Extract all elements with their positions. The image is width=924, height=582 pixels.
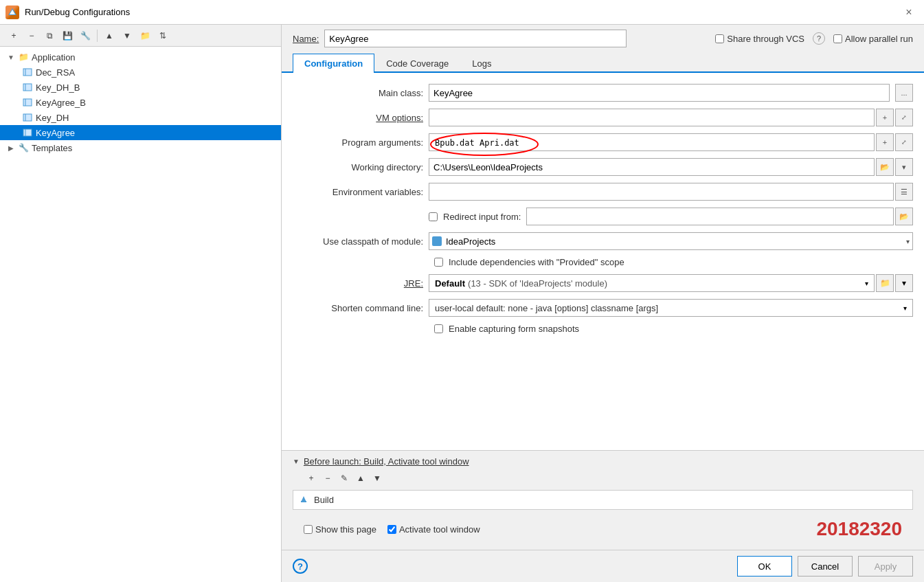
settings-button[interactable]: 🔧 (77, 27, 93, 44)
redirect-input-group: 📂 (526, 208, 913, 225)
sidebar-item-templates[interactable]: ▶ 🔧 Templates (0, 140, 281, 155)
activate-window-label: Activate tool window (399, 524, 480, 535)
jre-input-group: Default (13 - SDK of 'IdeaProjects' modu… (429, 274, 913, 292)
program-args-add-button[interactable]: + (876, 133, 894, 151)
sidebar-item-key-dh[interactable]: Key_DH (0, 110, 281, 125)
classpath-module-input-group: IdeaProjects ▾ (429, 232, 913, 250)
classpath-module-label: Use classpath of module: (293, 236, 423, 247)
program-args-field[interactable]: Bpub.dat Apri.dat (429, 133, 875, 151)
sidebar-toolbar: + − ⧉ 💾 🔧 ▲ ▼ 📁 ⇅ (0, 25, 281, 47)
redirect-input-field[interactable] (526, 208, 894, 225)
env-vars-input[interactable] (429, 183, 894, 201)
before-launch-collapse-button[interactable]: ▼ (293, 458, 300, 465)
sidebar-label-application: Application (32, 52, 76, 63)
sidebar-item-dec-rsa[interactable]: Dec_RSA (0, 65, 281, 80)
working-dir-folder-button[interactable]: 📂 (876, 158, 894, 176)
share-vcs-help-button[interactable]: ? (813, 32, 825, 45)
app-icon-keyagree-b (22, 97, 33, 108)
name-input[interactable] (324, 30, 627, 47)
working-dir-input-group: 📂 ▾ (429, 158, 913, 176)
sidebar-label-dec-rsa: Dec_RSA (36, 67, 75, 78)
classpath-module-select[interactable]: IdeaProjects ▾ (429, 232, 913, 250)
before-launch-title: Before launch: Build, Activate tool wind… (304, 456, 469, 467)
share-vcs-checkbox[interactable] (715, 34, 724, 43)
watermark: 20182320 (816, 518, 902, 540)
main-class-browse-button[interactable]: ... (895, 84, 913, 102)
sidebar-label-templates: Templates (32, 143, 72, 153)
env-vars-edit-button[interactable]: ☰ (895, 183, 913, 201)
redirect-input-folder-button[interactable]: 📂 (895, 208, 913, 225)
move-up-button[interactable]: ▲ (101, 27, 117, 44)
before-launch-remove-button[interactable]: − (320, 471, 335, 486)
share-vcs-label: Share through VCS (727, 34, 804, 44)
cancel-button[interactable]: Cancel (798, 556, 853, 577)
allow-parallel-label: Allow parallel run (845, 34, 913, 44)
app-icon-dec-rsa (22, 67, 33, 78)
toolbar-separator (97, 30, 98, 42)
sidebar-item-keyagree-b[interactable]: KeyAgree_B (0, 95, 281, 110)
app-icon-key-dh-b (22, 82, 33, 93)
sidebar-item-application[interactable]: ▼ 📁 Application (0, 49, 281, 65)
app-icon (5, 5, 19, 19)
shorten-cmd-row: Shorten command line: user-local default… (293, 299, 913, 317)
jre-dropdown-button[interactable]: ▾ (895, 274, 913, 292)
show-page-checkbox[interactable] (304, 525, 313, 534)
apply-button[interactable]: Apply (858, 556, 913, 577)
tree-toggle-application[interactable]: ▼ (5, 52, 16, 63)
program-args-expand-button[interactable]: ⤢ (895, 133, 913, 151)
enable-capture-checkbox[interactable] (434, 324, 443, 333)
move-down-button[interactable]: ▼ (119, 27, 135, 44)
tab-configuration[interactable]: Configuration (293, 54, 374, 73)
vm-options-expand-button[interactable]: ⤢ (895, 109, 913, 126)
jre-select[interactable]: Default (13 - SDK of 'IdeaProjects' modu… (429, 274, 875, 292)
vm-options-add-button[interactable]: + (876, 109, 894, 126)
allow-parallel-checkbox[interactable] (833, 34, 842, 43)
move-to-folder-button[interactable]: 📁 (137, 27, 153, 44)
help-button[interactable]: ? (293, 559, 308, 574)
remove-config-button[interactable]: − (23, 27, 40, 44)
tab-logs[interactable]: Logs (460, 54, 503, 73)
before-launch-add-button[interactable]: + (304, 471, 319, 486)
vm-options-input[interactable] (429, 109, 875, 126)
show-page-group: Show this page (304, 524, 376, 535)
ok-button[interactable]: OK (737, 556, 792, 577)
before-launch-edit-button[interactable]: ✎ (337, 471, 352, 486)
tree-toggle-templates[interactable]: ▶ (5, 142, 16, 153)
include-deps-checkbox[interactable] (434, 258, 443, 267)
env-vars-row: Environment variables: ☰ (293, 183, 913, 201)
before-launch-down-button[interactable]: ▼ (370, 471, 385, 486)
sidebar-label-key-dh-b: Key_DH_B (36, 82, 80, 93)
before-launch-up-button[interactable]: ▲ (353, 471, 368, 486)
activate-window-checkbox[interactable] (387, 525, 396, 534)
main-class-input[interactable] (429, 84, 890, 102)
tab-code-coverage[interactable]: Code Coverage (374, 54, 460, 73)
vm-options-label: VM options: (293, 113, 423, 123)
svg-rect-8 (23, 114, 32, 121)
enable-capture-label: Enable capturing form snapshots (449, 324, 579, 334)
redirect-input-label: Redirect input from: (443, 212, 521, 222)
shorten-cmd-label: Shorten command line: (293, 303, 423, 313)
folder-icon: 📁 (18, 52, 29, 63)
redirect-input-checkbox[interactable] (429, 212, 438, 221)
show-page-label: Show this page (315, 524, 376, 535)
app-icon-key-dh (22, 112, 33, 123)
config-panel: Main class: ... VM options: + ⤢ (282, 73, 924, 450)
sort-button[interactable]: ⇅ (155, 27, 171, 44)
working-dir-input[interactable] (429, 158, 875, 176)
jre-label: JRE: (293, 278, 423, 289)
shorten-cmd-value: user-local default: none - java [options… (435, 303, 658, 313)
add-config-button[interactable]: + (5, 27, 22, 44)
working-dir-dropdown-button[interactable]: ▾ (895, 158, 913, 176)
env-vars-input-group: ☰ (429, 183, 913, 201)
program-args-row: Program arguments: Bpub.dat Apri.dat (293, 133, 913, 151)
main-class-row: Main class: ... (293, 84, 913, 102)
activate-window-group: Activate tool window (387, 524, 480, 535)
jre-folder-button[interactable]: 📁 (876, 274, 894, 292)
copy-config-button[interactable]: ⧉ (41, 27, 58, 44)
sidebar-item-keyagree[interactable]: KeyAgree (0, 125, 281, 140)
jre-row: JRE: Default (13 - SDK of 'IdeaProjects'… (293, 274, 913, 292)
save-config-button[interactable]: 💾 (59, 27, 76, 44)
shorten-cmd-select[interactable]: user-local default: none - java [options… (429, 299, 913, 317)
sidebar-item-key-dh-b[interactable]: Key_DH_B (0, 80, 281, 95)
close-button[interactable]: × (899, 3, 919, 22)
